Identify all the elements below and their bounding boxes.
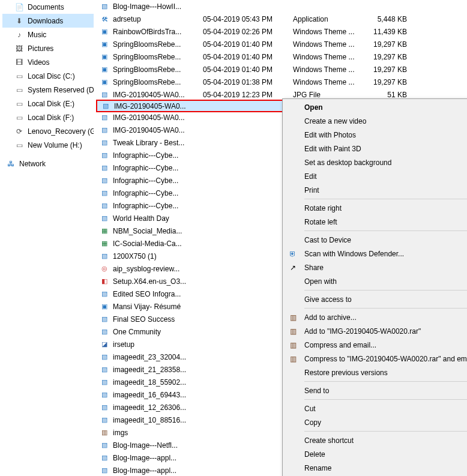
menu-item-scan-with-windows-defender-[interactable]: ⛨Scan with Windows Defender...: [284, 247, 467, 261]
file-icon: ▧: [100, 188, 109, 198]
menu-item-send-to[interactable]: Send to▶: [284, 384, 467, 397]
file-icon: ▧: [100, 466, 109, 475]
menu-item-edit[interactable]: Edit: [284, 169, 467, 183]
drive-icon: 🎞: [14, 58, 24, 67]
menu-item-compress-and-email-[interactable]: ▥Compress and email...: [284, 338, 467, 352]
sidebar-label: New Volume (H:): [28, 141, 82, 149]
sidebar-item-local-disk-e-[interactable]: ▭Local Disk (E:): [2, 97, 94, 110]
menu-item-edit-with-paint-3d[interactable]: Edit with Paint 3D: [284, 142, 467, 155]
menu-item-rename[interactable]: Rename: [284, 461, 467, 475]
file-size: 19,297 KB: [371, 78, 407, 86]
drive-icon: 📄: [14, 2, 24, 12]
file-list-pane: ▧Blog-Image---HowII...🛠adrsetup05-04-201…: [96, 0, 467, 476]
menu-item-share[interactable]: ↗Share: [284, 261, 467, 274]
menu-item-copy[interactable]: Copy: [284, 415, 467, 429]
file-name: imageedit_16_69443...: [113, 391, 203, 399]
file-row[interactable]: ▧Blog-Image---HowII...: [96, 0, 467, 13]
menu-item-add-to-img-20190405-wa0020-rar[interactable]: ▥Add to "IMG-20190405-WA0020.rar": [284, 324, 467, 338]
menu-separator: [304, 399, 467, 400]
menu-item-edit-with-photos[interactable]: Edit with Photos: [284, 128, 467, 142]
file-row[interactable]: ▣SpringBloomsRebe...05-04-2019 01:40 PMW…: [96, 38, 467, 50]
file-size: 19,297 KB: [371, 53, 407, 61]
file-icon: ▧: [100, 327, 109, 337]
menu-icon: ⛨: [288, 249, 298, 259]
menu-item-restore-previous-versions[interactable]: Restore previous versions: [284, 366, 467, 379]
menu-item-create-shortcut[interactable]: Create shortcut: [284, 433, 467, 447]
sidebar-item-system-reserved-d[interactable]: ▭System Reserved (D: [2, 83, 94, 97]
menu-item-delete[interactable]: Delete: [284, 447, 467, 461]
file-date: 05-04-2019 01:40 PM: [203, 65, 293, 74]
sidebar-item-videos[interactable]: 🎞Videos: [2, 55, 94, 69]
file-name: imageedit_18_55902...: [113, 378, 203, 387]
menu-label: Set as desktop background: [304, 158, 391, 167]
file-name: Mansi Vijay- Résumé: [113, 303, 203, 311]
file-size: 5,448 KB: [371, 15, 407, 23]
sidebar-item-documents[interactable]: 📄Documents: [2, 0, 94, 14]
file-row[interactable]: ▣SpringBloomsRebe...05-04-2019 01:40 PMW…: [96, 50, 467, 63]
menu-label: Edit with Photos: [304, 131, 356, 139]
menu-label: Cut: [304, 405, 316, 413]
sidebar-label: Videos: [28, 58, 49, 67]
menu-item-give-access-to[interactable]: Give access to▶: [284, 292, 467, 306]
sidebar-item-local-disc-c-[interactable]: ▭Local Disc (C:): [2, 69, 94, 83]
menu-item-cast-to-device[interactable]: Cast to Device▶: [284, 233, 467, 247]
menu-label: Rotate left: [304, 218, 337, 226]
file-icon: ▧: [101, 101, 110, 111]
file-icon: ▣: [100, 27, 109, 37]
drive-icon: ▭: [14, 113, 24, 122]
file-type: Windows Theme ...: [293, 78, 371, 86]
sidebar-item-new-volume-h-[interactable]: ▭New Volume (H:): [2, 138, 94, 152]
menu-item-compress-to-img-20190405-wa002[interactable]: ▥Compress to "IMG-20190405-WA0020.rar" a…: [284, 352, 467, 366]
file-icon: ◪: [100, 340, 109, 349]
file-name: 1200X750 (1): [113, 252, 203, 261]
file-row[interactable]: 🛠adrsetup05-04-2019 05:43 PMApplication5…: [96, 13, 467, 25]
file-type: Windows Theme ...: [293, 53, 371, 61]
sidebar-item-local-disk-f-[interactable]: ▭Local Disk (F:): [2, 110, 94, 124]
sidebar-item-network[interactable]: 🖧Network: [2, 157, 94, 170]
menu-item-rotate-left[interactable]: Rotate left: [284, 215, 467, 229]
file-icon: ▣: [100, 77, 109, 87]
sidebar-item-downloads[interactable]: ⬇Downloads: [2, 14, 94, 28]
file-icon: ▧: [100, 138, 109, 148]
network-icon: 🖧: [6, 159, 16, 169]
menu-label: Compress and email...: [304, 341, 376, 349]
file-name: SpringBloomsRebe...: [113, 53, 203, 61]
menu-item-print[interactable]: Print: [284, 183, 467, 197]
menu-item-open[interactable]: Open: [284, 100, 467, 114]
file-icon: ◧: [100, 277, 109, 286]
file-name: Infographic---Cybe...: [113, 151, 203, 160]
file-icon: ▧: [100, 441, 109, 450]
menu-item-rotate-right[interactable]: Rotate right: [284, 201, 467, 215]
file-name: Infographic---Cybe...: [113, 164, 203, 172]
menu-item-cut[interactable]: Cut: [284, 402, 467, 415]
file-icon: ▧: [100, 2, 109, 11]
menu-label: Edit: [304, 172, 317, 181]
sidebar-label: Documents: [28, 3, 64, 11]
menu-item-add-to-archive-[interactable]: ▥Add to archive...: [284, 310, 467, 324]
file-icon: ▣: [100, 65, 109, 74]
file-date: 05-04-2019 01:40 PM: [203, 40, 293, 49]
menu-separator: [304, 308, 467, 309]
file-row[interactable]: ▣RainbowOfBirdsTra...05-04-2019 02:26 PM…: [96, 25, 467, 38]
file-icon: ▧: [100, 352, 109, 362]
drive-icon: ▭: [14, 71, 24, 81]
file-row[interactable]: ▣SpringBloomsRebe...05-04-2019 01:38 PMW…: [96, 76, 467, 88]
sidebar-item-lenovo-recovery-g[interactable]: ⟳Lenovo_Recovery (G: [2, 124, 94, 138]
sidebar-item-music[interactable]: ♪Music: [2, 28, 94, 41]
file-row[interactable]: ▣SpringBloomsRebe...05-04-2019 01:40 PMW…: [96, 63, 467, 76]
menu-item-create-a-new-video[interactable]: Create a new video: [284, 114, 467, 128]
sidebar-label: System Reserved (D: [28, 86, 94, 94]
file-name: IMG-20190405-WA0...: [113, 91, 203, 99]
file-icon: ▧: [100, 453, 109, 463]
menu-item-set-as-desktop-background[interactable]: Set as desktop background: [284, 155, 467, 169]
file-icon: ▧: [100, 315, 109, 324]
context-menu: OpenCreate a new videoEdit with PhotosEd…: [282, 98, 467, 476]
menu-label: Cast to Device: [304, 236, 351, 244]
file-icon: ▦: [100, 239, 109, 249]
menu-item-open-with[interactable]: Open with▶: [284, 274, 467, 288]
file-icon: ▧: [100, 365, 109, 375]
file-name: SpringBloomsRebe...: [113, 78, 203, 86]
sidebar-item-pictures[interactable]: 🖼Pictures: [2, 41, 94, 55]
drive-icon: ▭: [14, 140, 24, 150]
menu-separator: [304, 290, 467, 291]
